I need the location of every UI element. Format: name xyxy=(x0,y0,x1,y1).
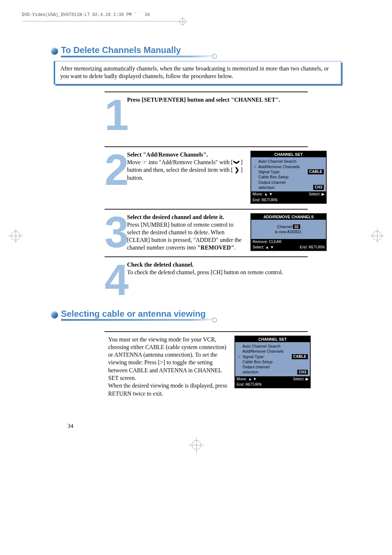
heading-rule xyxy=(61,319,213,321)
step2-body-a: Move ☞ into "Add/Remove Channels" with [ xyxy=(127,159,234,165)
step-2: 2 Select "Add/Remove Channels". Move ☞ i… xyxy=(105,151,341,203)
channel-number: 02 xyxy=(293,224,300,229)
footer-select: Select: ▶ xyxy=(309,192,324,197)
heading-cap-icon xyxy=(212,317,217,323)
cable-body: You must set the viewing mode for your V… xyxy=(108,336,228,397)
addremove-screen: ADD/REMOVE CHANNELS Channel 02 is now AD… xyxy=(250,213,327,251)
footer-remove: Remove: CLEAR xyxy=(253,239,282,244)
down-icon: ❯ xyxy=(233,160,241,165)
step1-title: Press [SETUP/ENTER] button and select "C… xyxy=(127,97,280,103)
step-divider xyxy=(105,331,308,332)
value-badge: CH3 xyxy=(313,185,324,190)
intro-text: After memorizing automatically channels,… xyxy=(54,61,341,84)
print-header: DVD-Video(USA)_DV6T811N-LT 02.4.16 2:38 … xyxy=(22,12,150,19)
step-divider xyxy=(105,209,308,210)
footer-end: End: RETURN xyxy=(300,245,324,250)
value-badge: CABLE xyxy=(308,169,324,174)
footer-move: Move: ▲ ▼ xyxy=(237,377,257,382)
section2-title: Selecting cable or antenna viewing xyxy=(58,309,206,319)
pointer-icon: ☞ xyxy=(253,164,258,169)
crop-mark-top xyxy=(22,19,370,23)
menu-item: selection: xyxy=(258,185,313,190)
cable-antenna-block: You must set the viewing mode for your V… xyxy=(51,336,341,397)
register-mark-bottom xyxy=(192,440,200,455)
step-divider xyxy=(105,256,308,257)
footer-select: Select: ▶ xyxy=(293,377,309,382)
bullet-icon xyxy=(51,48,58,55)
step4-title: Check the deleted channel. xyxy=(127,262,193,268)
step-number-2: 2 xyxy=(105,153,126,187)
step-3: 3 Select the desired channel and delete … xyxy=(105,213,341,252)
channel-label: Channel xyxy=(277,224,293,229)
footer-end: End: RETURN xyxy=(253,198,277,203)
step-divider xyxy=(105,146,308,147)
menu-item: Cable Box Setup xyxy=(242,359,308,364)
step-4: 4 Check the deleted channel. To check th… xyxy=(105,261,341,297)
menu-item: Add/Remove Channels xyxy=(242,349,308,354)
step-1: 1 Press [SETUP/ENTER] button and select … xyxy=(105,96,341,132)
menu-item: Signal Type: xyxy=(258,169,308,174)
heading-cap-icon xyxy=(212,54,217,59)
register-mark-left xyxy=(11,231,20,240)
menu-item: Auto Channel Search xyxy=(258,159,324,164)
status-added: is now ADDED. xyxy=(275,230,302,234)
menu-item: Output channel xyxy=(242,364,308,369)
value-badge: CH3 xyxy=(297,370,308,375)
menu-item: Output channel xyxy=(258,180,324,185)
footer-move: Move: ▲ ▼ xyxy=(253,192,273,197)
menu-item: selection: xyxy=(242,369,297,374)
bullet-icon xyxy=(51,311,58,319)
intro-box: After memorizing automatically channels,… xyxy=(54,61,341,84)
step2-title: Select "Add/Remove Channels". xyxy=(127,151,208,158)
pointer-icon: ☞ xyxy=(237,354,242,359)
step4-body: To check the deleted channel, press [CH]… xyxy=(127,269,283,275)
menu-item: Auto Channel Search xyxy=(242,344,308,349)
screen-titlebar: ADD/REMOVE CHANNELS xyxy=(251,214,326,220)
channel-set-screen-2: CHANNEL SET Auto Channel Search Add/Remo… xyxy=(234,336,311,388)
step-number-4: 4 xyxy=(105,263,126,297)
footer-end: End: RETURN xyxy=(237,382,261,387)
step3-title: Select the desired channel and delete it… xyxy=(127,214,224,220)
footer-select: Select: ▲ ▼ xyxy=(253,245,274,250)
step-divider xyxy=(105,92,308,92)
page-number: 34 xyxy=(68,423,341,429)
screen-titlebar: CHANNEL SET xyxy=(235,336,310,342)
value-badge: CABLE xyxy=(292,354,308,359)
screen-titlebar: CHANNEL SET xyxy=(251,151,326,157)
section1-title: To Delete Channels Manually xyxy=(58,45,181,55)
menu-item-selected: Add/Remove Channels xyxy=(258,164,324,169)
step-number-3: 3 xyxy=(105,215,126,250)
register-mark-right xyxy=(372,231,381,240)
right-icon: ❯ xyxy=(234,167,239,173)
menu-item: Cable Box Setup xyxy=(258,174,324,179)
step-number-1: 1 xyxy=(105,98,126,132)
removed-word: "REMOVED" xyxy=(197,244,234,251)
channel-set-screen: CHANNEL SET Auto Channel Search ☞Add/Rem… xyxy=(250,151,327,203)
heading-rule xyxy=(61,56,213,57)
menu-item-selected: Signal Type: xyxy=(242,354,292,359)
